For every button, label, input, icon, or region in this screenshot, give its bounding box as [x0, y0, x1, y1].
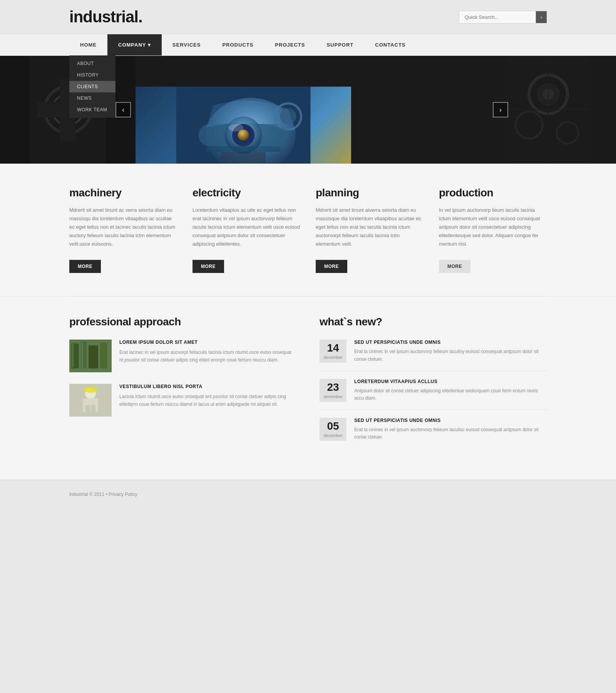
feature-machinery-text: Mdrerit sit amet tinunt ac verra seiorta…	[69, 206, 177, 248]
news-day-2: 23	[321, 382, 345, 393]
news-headline-2: LORETERDUM VITAAPIUS ACLLUS	[354, 379, 547, 384]
svg-rect-13	[221, 152, 266, 163]
feature-electricity-title: electricity	[192, 187, 300, 199]
feature-production: production In vel ipsum auctorvorp lieum…	[439, 187, 547, 273]
professional-approach-col: professional approach LOREM IPSUM DOLOR …	[69, 316, 296, 456]
news-item-3: 05 december SED UT PERSPICIATIS UNDE OMN…	[320, 418, 547, 449]
approach-headline-2: VESTIBULUM LIBERO NISL PORTA	[119, 384, 296, 389]
dropdown-history[interactable]: HISTORY	[69, 69, 116, 81]
nav-products[interactable]: PRODUCTS	[211, 34, 264, 55]
svg-rect-33	[83, 398, 98, 412]
logo: industrial.	[69, 8, 142, 26]
approach-image-2-graphic	[69, 384, 112, 417]
nav-company[interactable]: COMPANY ▾	[107, 34, 162, 55]
two-col-section: professional approach LOREM IPSUM DOLOR …	[0, 296, 616, 479]
news-day-1: 14	[321, 343, 345, 353]
news-content-2: LORETERDUM VITAAPIUS ACLLUS Antpsum dolo…	[354, 379, 547, 402]
svg-point-34	[84, 387, 97, 393]
nav-services[interactable]: SERVICES	[162, 34, 212, 55]
slide-center-graphic	[136, 87, 351, 164]
feature-planning-title: planning	[316, 187, 424, 199]
footer: Industrial © 2011 • Privacy Policy	[0, 480, 616, 509]
privacy-policy-link[interactable]: Privacy Policy	[109, 492, 137, 497]
svg-rect-29	[72, 344, 74, 368]
nav-contacts[interactable]: CONTACTS	[364, 34, 416, 55]
feature-electricity-more-button[interactable]: more	[192, 260, 224, 273]
approach-item-1: LOREM IPSUM DOLOR SIT AMET Erat lacinec …	[69, 340, 296, 372]
news-month-1: december	[321, 355, 345, 360]
nav-bar: HOME COMPANY ▾ SERVICES PRODUCTS PROJECT…	[0, 34, 616, 56]
approach-image-2	[69, 384, 112, 417]
feature-electricity: electricity Loreterdum vitaapius ac uite…	[192, 187, 300, 273]
news-date-box-3: 05 december	[320, 418, 346, 441]
news-headline-3: SED UT PERSPICIATIS UNDE OMNIS	[354, 418, 547, 423]
svg-rect-27	[89, 345, 98, 368]
header: industrial. ›	[0, 0, 616, 34]
approach-image-1-graphic	[69, 340, 112, 372]
svg-rect-35	[85, 405, 90, 413]
nav-home[interactable]: HOME	[69, 34, 107, 55]
feature-production-more-button[interactable]: more	[439, 260, 470, 273]
svg-rect-36	[91, 405, 95, 413]
feature-machinery: machinery Mdrerit sit amet tinunt ac ver…	[69, 187, 177, 273]
feature-planning-more-button[interactable]: more	[316, 260, 347, 273]
approach-content-2: VESTIBULUM LIBERO NISL PORTA Lacinia ict…	[119, 384, 296, 417]
approach-content-1: LOREM IPSUM DOLOR SIT AMET Erat lacinec …	[119, 340, 296, 372]
professional-approach-title: professional approach	[69, 316, 296, 328]
svg-rect-30	[82, 342, 83, 368]
whats-new-title: what`s new?	[320, 316, 547, 328]
news-date-box-2: 23 december	[320, 379, 346, 402]
features-section: machinery Mdrerit sit amet tinunt ac ver…	[0, 164, 616, 296]
search-input[interactable]	[459, 11, 536, 23]
approach-headline-1: LOREM IPSUM DOLOR SIT AMET	[119, 340, 296, 345]
whats-new-col: what`s new? 14 december SED UT PERSPICIA…	[320, 316, 547, 456]
dropdown-news[interactable]: NEWS	[69, 92, 116, 104]
feature-production-title: production	[439, 187, 547, 199]
svg-rect-28	[100, 343, 107, 368]
news-date-box-1: 14 december	[320, 340, 346, 363]
nav-support[interactable]: SUPPORT	[316, 34, 364, 55]
svg-point-11	[228, 124, 243, 131]
svg-point-10	[238, 129, 249, 141]
approach-text-2: Lacinia ictum ntumit.usce euiso onsequat…	[119, 393, 296, 408]
news-text-1: Erat la cininec in vel ipsum auctorvorp …	[354, 348, 547, 363]
nav-inner: HOME COMPANY ▾ SERVICES PRODUCTS PROJECT…	[0, 34, 616, 55]
dropdown-workteam[interactable]: WORK TEAM	[69, 104, 116, 116]
feature-production-text: In vel ipsum auctorvorp lieum iaculis la…	[439, 206, 547, 248]
search-bar: ›	[459, 11, 547, 23]
slide-center	[136, 87, 351, 164]
news-text-2: Antpsum dolor sit conse ctetuer adipisci…	[354, 387, 547, 402]
svg-rect-12	[206, 146, 281, 152]
features-grid: machinery Mdrerit sit amet tinunt ac ver…	[69, 187, 547, 273]
dropdown-clients[interactable]: CLIENTS	[69, 81, 116, 92]
slider-next-button[interactable]: ›	[493, 102, 508, 117]
news-content-1: SED UT PERSPICIATIS UNDE OMNIS Erat la c…	[354, 340, 547, 363]
search-button[interactable]: ›	[536, 11, 547, 23]
news-headline-1: SED UT PERSPICIATIS UNDE OMNIS	[354, 340, 547, 345]
slider-prev-button[interactable]: ‹	[116, 102, 131, 117]
approach-item-2: VESTIBULUM LIBERO NISL PORTA Lacinia ict…	[69, 384, 296, 417]
news-month-3: december	[321, 433, 345, 438]
dropdown-about[interactable]: ABOUT	[69, 58, 116, 69]
feature-planning-text: Mdrerit sit amet tinunt aiverra seiorta …	[316, 206, 424, 248]
approach-text-1: Erat lacinec in vel ipsum aucvorpt felia…	[119, 349, 296, 363]
nav-projects[interactable]: PROJECTS	[264, 34, 316, 55]
feature-planning: planning Mdrerit sit amet tinunt aiverra…	[316, 187, 424, 273]
news-text-3: Erat la cininec in vel ipsum auctorvorp …	[354, 426, 547, 441]
feature-machinery-title: machinery	[69, 187, 177, 199]
feature-machinery-more-button[interactable]: more	[69, 260, 101, 273]
approach-image-1	[69, 340, 112, 372]
news-content-3: SED UT PERSPICIATIS UNDE OMNIS Erat la c…	[354, 418, 547, 441]
news-day-3: 05	[321, 421, 345, 432]
news-month-2: december	[321, 394, 345, 399]
news-item-2: 23 december LORETERDUM VITAAPIUS ACLLUS …	[320, 379, 547, 410]
feature-electricity-text: Loreterdum vitaapius ac uite ec eget tel…	[192, 206, 300, 248]
company-dropdown: ABOUT HISTORY CLIENTS NEWS WORK TEAM	[69, 55, 116, 118]
news-item-1: 14 december SED UT PERSPICIATIS UNDE OMN…	[320, 340, 547, 371]
footer-text: Industrial © 2011 •	[69, 492, 109, 497]
